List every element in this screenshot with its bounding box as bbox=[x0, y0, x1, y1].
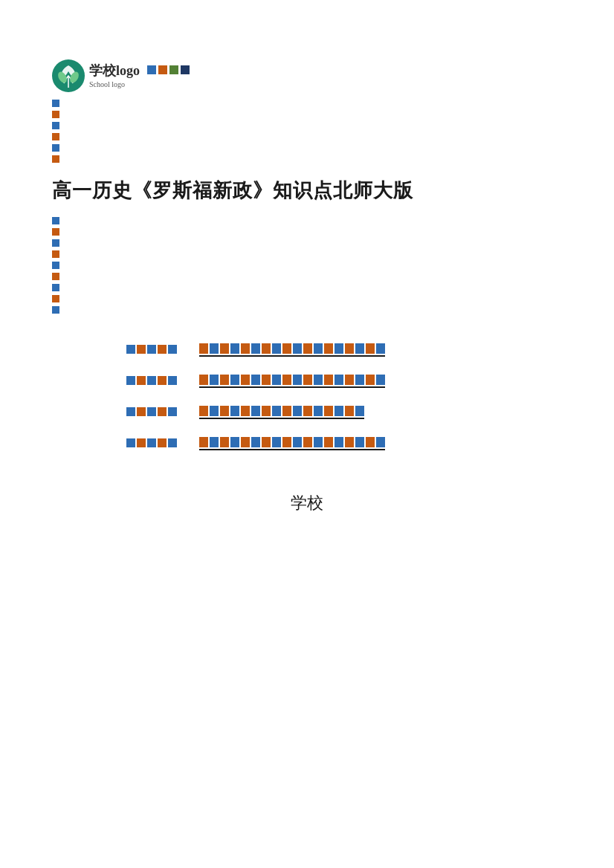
val-2-18 bbox=[376, 375, 385, 385]
val-4-10 bbox=[293, 437, 302, 447]
val-3-13 bbox=[324, 406, 333, 416]
val-2-8 bbox=[272, 375, 281, 385]
val-4-13 bbox=[324, 437, 333, 447]
val-4-4 bbox=[230, 437, 239, 447]
val-2-16 bbox=[355, 375, 364, 385]
label-sq-3-1 bbox=[126, 407, 135, 416]
val-2-1 bbox=[199, 375, 208, 385]
val-4-5 bbox=[241, 437, 250, 447]
header-accent-squares bbox=[147, 65, 192, 74]
dot-1 bbox=[52, 100, 59, 107]
val-3-1 bbox=[199, 406, 208, 416]
val-3-16 bbox=[355, 406, 364, 416]
val-2-7 bbox=[262, 375, 271, 385]
val-1-5 bbox=[241, 343, 250, 354]
val-4-12 bbox=[314, 437, 323, 447]
label-sq-4-5 bbox=[168, 438, 177, 447]
sub-dot-8 bbox=[52, 295, 59, 302]
logo-combined: 学校logo School logo bbox=[52, 59, 140, 92]
val-1-1 bbox=[199, 343, 208, 354]
val-3-4 bbox=[230, 406, 239, 416]
dot-row-6 bbox=[52, 155, 562, 163]
sub-dot-row-4 bbox=[52, 250, 562, 258]
label-sq-1-5 bbox=[168, 345, 177, 354]
underline-3 bbox=[199, 418, 364, 419]
logo-sub-text: School logo bbox=[89, 80, 140, 88]
val-1-2 bbox=[210, 343, 219, 354]
dot-5 bbox=[52, 144, 59, 152]
val-2-15 bbox=[345, 375, 354, 385]
val-4-6 bbox=[251, 437, 260, 447]
sub-dot-row-8 bbox=[52, 295, 562, 302]
val-3-5 bbox=[241, 406, 250, 416]
label-sq-1-1 bbox=[126, 345, 135, 354]
val-3-9 bbox=[282, 406, 291, 416]
label-sq-2-1 bbox=[126, 376, 135, 385]
sub-dot-row-2 bbox=[52, 228, 562, 236]
label-sq-3-5 bbox=[168, 407, 177, 416]
dot-2 bbox=[52, 111, 59, 118]
info-row-2 bbox=[126, 375, 562, 385]
val-1-11 bbox=[303, 343, 312, 354]
val-1-9 bbox=[282, 343, 291, 354]
sub-dot-7 bbox=[52, 284, 59, 291]
accent-sq-1 bbox=[147, 65, 156, 74]
val-4-7 bbox=[262, 437, 271, 447]
val-4-1 bbox=[199, 437, 208, 447]
val-2-3 bbox=[220, 375, 229, 385]
info-value-1 bbox=[199, 343, 385, 354]
val-2-10 bbox=[293, 375, 302, 385]
info-value-4 bbox=[199, 437, 385, 447]
label-sq-4-2 bbox=[137, 438, 146, 447]
left-dots-before-title bbox=[52, 100, 562, 163]
school-label: 学校 bbox=[52, 492, 562, 514]
main-title: 高一历史《罗斯福新政》知识点北师大版 bbox=[52, 178, 562, 204]
val-1-10 bbox=[293, 343, 302, 354]
label-sq-2-5 bbox=[168, 376, 177, 385]
sub-dot-6 bbox=[52, 273, 59, 280]
val-3-12 bbox=[314, 406, 323, 416]
val-4-3 bbox=[220, 437, 229, 447]
val-4-18 bbox=[376, 437, 385, 447]
sub-dot-row-5 bbox=[52, 262, 562, 269]
label-sq-1-4 bbox=[158, 345, 167, 354]
sub-dot-row-9 bbox=[52, 306, 562, 314]
val-2-4 bbox=[230, 375, 239, 385]
logo-main-text: 学校logo bbox=[89, 63, 140, 80]
val-2-17 bbox=[366, 375, 375, 385]
label-sq-4-4 bbox=[158, 438, 167, 447]
val-2-9 bbox=[282, 375, 291, 385]
sub-dot-row-3 bbox=[52, 239, 562, 247]
val-3-3 bbox=[220, 406, 229, 416]
val-1-8 bbox=[272, 343, 281, 354]
underline-2 bbox=[199, 386, 385, 388]
info-label-4 bbox=[126, 438, 177, 447]
sub-dot-4 bbox=[52, 250, 59, 258]
info-label-2 bbox=[126, 376, 177, 385]
val-2-2 bbox=[210, 375, 219, 385]
info-row-4 bbox=[126, 437, 562, 447]
val-2-12 bbox=[314, 375, 323, 385]
dot-row-4 bbox=[52, 133, 562, 140]
val-4-9 bbox=[282, 437, 291, 447]
school-logo-icon bbox=[52, 59, 85, 92]
page: 学校logo School logo 高一历史《罗斯福新政》知识点北师大版 bbox=[0, 0, 614, 868]
label-sq-2-4 bbox=[158, 376, 167, 385]
val-1-7 bbox=[262, 343, 271, 354]
underline-1 bbox=[199, 355, 385, 357]
val-3-11 bbox=[303, 406, 312, 416]
dot-row-1 bbox=[52, 100, 562, 107]
val-1-13 bbox=[324, 343, 333, 354]
val-2-13 bbox=[324, 375, 333, 385]
underline-4 bbox=[199, 449, 385, 450]
sub-dot-5 bbox=[52, 262, 59, 269]
label-sq-1-3 bbox=[147, 345, 156, 354]
val-3-14 bbox=[335, 406, 343, 416]
sub-dot-1 bbox=[52, 217, 59, 224]
sub-dot-3 bbox=[52, 239, 59, 247]
info-label-1 bbox=[126, 345, 177, 354]
accent-sq-2 bbox=[158, 65, 167, 74]
val-4-15 bbox=[345, 437, 354, 447]
label-sq-2-2 bbox=[137, 376, 146, 385]
label-sq-3-4 bbox=[158, 407, 167, 416]
